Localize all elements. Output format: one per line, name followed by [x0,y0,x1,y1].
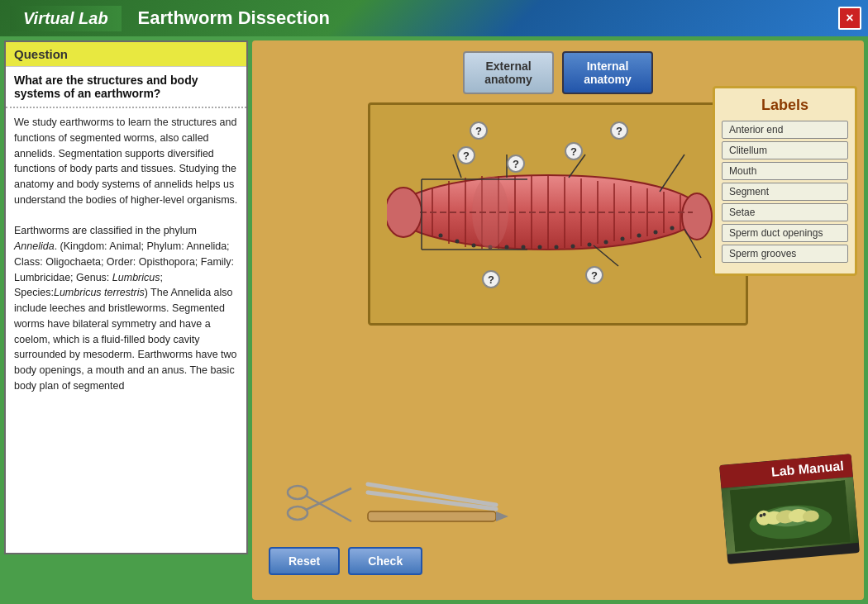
svg-point-32 [654,231,658,235]
question-text: What are the structures and body systems… [6,67,246,108]
title-bar: Virtual Lab Earthworm Dissection × [0,0,868,36]
lab-title: Earthworm Dissection [122,7,330,29]
tools-area [277,476,513,534]
svg-point-23 [505,245,509,250]
tab-internal[interactable]: Internalanatomy [562,51,653,94]
svg-point-28 [588,243,592,247]
tab-external[interactable]: Externalanatomy [463,51,554,94]
q-bubble-1[interactable]: ? [470,121,488,140]
q-bubble-6[interactable]: ? [482,270,500,288]
question-header: Question [6,42,246,67]
svg-point-19 [439,234,443,238]
scissors-icon [277,476,360,534]
left-panel: Question What are the structures and bod… [4,40,248,554]
svg-point-46 [288,507,308,520]
lab-manual[interactable]: Lab Manual [719,454,860,564]
q-bubble-4[interactable]: ? [610,121,628,140]
reset-button[interactable]: Reset [269,547,340,575]
labels-panel: Labels Anterior end Clitellum Mouth Segm… [713,86,857,276]
svg-point-30 [621,237,625,241]
svg-point-20 [455,240,460,244]
svg-point-33 [670,226,675,231]
svg-line-43 [594,245,618,266]
dissection-area: ? ? ? ? ? ? ? [368,102,748,326]
labels-title: Labels [722,97,848,114]
body-text-2: Earthworms are classified in the phylum … [14,223,238,393]
q-bubble-5[interactable]: ? [565,142,583,160]
svg-marker-52 [496,511,508,521]
svg-point-25 [538,245,542,250]
q-bubble-2[interactable]: ? [457,146,475,164]
label-clitellum[interactable]: Clitellum [722,141,848,159]
main-panel: Externalanatomy Internalanatomy [252,40,864,600]
svg-point-45 [288,486,308,499]
action-buttons: Reset Check [269,547,422,575]
body-text: We study earthworms to learn the structu… [14,115,238,208]
forceps-icon [364,480,513,530]
svg-point-27 [571,245,575,249]
check-button[interactable]: Check [348,547,422,575]
svg-line-42 [660,155,684,192]
q-bubble-7[interactable]: ? [585,266,603,284]
svg-rect-51 [368,511,496,521]
close-button[interactable]: × [838,7,861,30]
virtual-lab-label: Virtual Lab [10,6,122,31]
label-mouth[interactable]: Mouth [722,162,848,180]
svg-point-21 [472,244,476,248]
label-segment[interactable]: Segment [722,183,848,201]
label-sperm-grooves[interactable]: Sperm grooves [722,245,848,263]
label-setae[interactable]: Setae [722,203,848,221]
q-bubble-3[interactable]: ? [507,155,525,173]
label-anterior-end[interactable]: Anterior end [722,121,848,139]
svg-point-26 [555,245,559,250]
worm-svg [387,130,726,295]
lab-manual-art [730,480,851,552]
svg-point-24 [522,245,526,250]
lab-manual-image [722,477,859,554]
svg-point-31 [637,234,641,238]
svg-point-1 [387,188,422,237]
main-layout: Question What are the structures and bod… [0,36,868,604]
text-scroll-area[interactable]: We study earthworms to learn the structu… [6,108,246,553]
svg-point-29 [604,240,608,245]
label-sperm-duct[interactable]: Sperm duct openings [722,224,848,242]
